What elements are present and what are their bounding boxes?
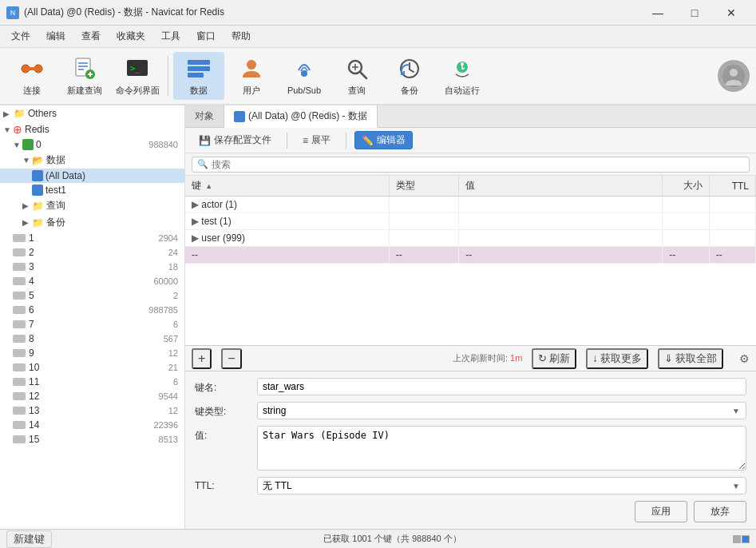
gear-button[interactable]: ⚙ xyxy=(739,352,750,365)
view-toggle[interactable] xyxy=(733,535,750,543)
apply-button[interactable]: 应用 xyxy=(635,501,687,522)
toolbar-new-query[interactable]: 新建查询 xyxy=(59,52,110,100)
toolbar-query[interactable]: 查询 xyxy=(331,52,382,100)
sidebar-item-k4[interactable]: 4 60000 xyxy=(0,274,184,288)
sidebar-item-k11[interactable]: 11 6 xyxy=(0,375,184,389)
remove-key-button[interactable]: − xyxy=(221,348,241,369)
expand-arrow[interactable]: ▶ xyxy=(192,199,199,210)
editor-button[interactable]: ✏️ 编辑器 xyxy=(354,131,413,149)
add-key-button[interactable]: + xyxy=(192,348,212,369)
sort-icon: ▲ xyxy=(205,182,212,190)
row-key: ▶ user (999) xyxy=(185,230,389,247)
pubsub-label: Pub/Sub xyxy=(287,85,321,95)
bottom-toolbar: + − 上次刷新时间: 1m ↻ 刷新 ↓ 获取更多 ⇓ 获取全部 ⚙ xyxy=(185,345,756,371)
sidebar-item-k2[interactable]: 2 24 xyxy=(0,245,184,260)
menu-file[interactable]: 文件 xyxy=(3,26,38,46)
close-button[interactable]: ✕ xyxy=(713,0,750,26)
expand-label: 展平 xyxy=(311,133,331,147)
menu-help[interactable]: 帮助 xyxy=(224,26,259,46)
table-row[interactable]: ▶ test (1) xyxy=(185,213,756,230)
db0-count: 988840 xyxy=(148,140,181,149)
svg-point-1 xyxy=(34,65,42,73)
menu-view[interactable]: 查看 xyxy=(73,26,109,46)
menu-window[interactable]: 窗口 xyxy=(188,26,224,46)
sidebar-item-k7[interactable]: 7 6 xyxy=(0,317,184,332)
sidebar-item-k14[interactable]: 14 22396 xyxy=(0,418,184,432)
connect-label: 连接 xyxy=(23,85,41,97)
value-textarea[interactable]: Star Wars (Episode IV) xyxy=(257,426,746,471)
svg-point-0 xyxy=(22,65,30,73)
sidebar-item-data-node[interactable]: ▼ 📂 数据 xyxy=(0,152,184,169)
toolbar-auto-run[interactable]: 自动运行 xyxy=(437,52,488,100)
sidebar-item-k15[interactable]: 15 8513 xyxy=(0,432,184,447)
new-key-button[interactable]: 新建键 xyxy=(6,530,52,548)
table-row[interactable]: ▶ user (999) xyxy=(185,230,756,247)
toolbar-sep2 xyxy=(346,133,346,149)
k1-count: 2904 xyxy=(159,233,181,243)
sidebar-item-db0[interactable]: ▼ 0 988840 xyxy=(0,137,184,152)
sidebar-item-k3[interactable]: 3 18 xyxy=(0,260,184,274)
row-key: ▶ actor (1) xyxy=(185,197,389,213)
sidebar-item-k13[interactable]: 13 12 xyxy=(0,403,184,418)
detail-ttl-row: TTL: 无 TTL 秒 毫秒 ▼ xyxy=(195,477,746,494)
save-config-button[interactable]: 💾 保存配置文件 xyxy=(192,131,279,149)
table-row[interactable]: ▶ actor (1) xyxy=(185,197,756,213)
toolbar-backup[interactable]: 备份 xyxy=(384,52,435,100)
row-ttl xyxy=(709,230,755,247)
sidebar-item-k1[interactable]: 1 2904 xyxy=(0,231,184,245)
menu-favorites[interactable]: 收藏夹 xyxy=(109,26,153,46)
maximize-button[interactable]: □ xyxy=(676,0,713,26)
menu-edit[interactable]: 编辑 xyxy=(38,26,73,46)
user-icon xyxy=(239,56,264,81)
sidebar-item-alldata[interactable]: (All Data) xyxy=(0,169,184,183)
sidebar-item-k9[interactable]: 9 12 xyxy=(0,346,184,360)
fetch-all-button[interactable]: ⇓ 获取全部 xyxy=(658,348,723,369)
expand-arrow[interactable]: ▶ xyxy=(192,232,199,244)
k7-count: 6 xyxy=(173,320,181,329)
toolbar-user[interactable]: 用户 xyxy=(226,52,277,100)
k5-count: 2 xyxy=(173,291,181,300)
data-folder-icon: 📂 xyxy=(32,155,44,166)
toolbar-cmd-ui[interactable]: >_ 命令列界面 xyxy=(112,52,163,100)
toolbar-data[interactable]: 数据 xyxy=(173,52,224,100)
k15-label: 15 xyxy=(29,434,39,445)
minimize-button[interactable]: — xyxy=(639,0,676,26)
sidebar-item-query-node[interactable]: ▶ 📁 查询 xyxy=(0,197,184,214)
query-folder-icon: 📁 xyxy=(32,201,44,212)
refresh-label: 上次刷新时间: xyxy=(453,353,508,363)
tab-objects[interactable]: 对象 xyxy=(185,105,224,127)
sidebar-item-backup-node[interactable]: ▶ 📁 备份 xyxy=(0,214,184,231)
table-row-highlighted[interactable]: -- -- -- -- -- xyxy=(185,247,756,264)
menu-tools[interactable]: 工具 xyxy=(153,26,188,46)
fetch-more-button[interactable]: ↓ 获取更多 xyxy=(586,348,648,369)
toolbar-pubsub[interactable]: Pub/Sub xyxy=(279,52,330,100)
sidebar-item-k6[interactable]: 6 988785 xyxy=(0,303,184,317)
row-value xyxy=(459,197,663,213)
sidebar-item-k12[interactable]: 12 9544 xyxy=(0,389,184,403)
ttl-select[interactable]: 无 TTL 秒 毫秒 xyxy=(257,477,746,494)
sidebar-item-others[interactable]: ▶ 📁 Others xyxy=(0,105,184,121)
sidebar-item-test1[interactable]: test1 xyxy=(0,183,184,197)
sidebar-item-k5[interactable]: 5 2 xyxy=(0,288,184,303)
row-value xyxy=(459,230,663,247)
sidebar-item-redis[interactable]: ▼ ⊕ Redis xyxy=(0,121,184,137)
tab-alldata[interactable]: (All Data) @0 (Redis) - 数据 xyxy=(224,105,378,128)
k1-icon xyxy=(13,234,26,242)
expand-arrow[interactable]: ▶ xyxy=(192,216,199,227)
expand-button[interactable]: ≡ 展平 xyxy=(295,131,338,149)
toolbar-connect[interactable]: 连接 xyxy=(6,52,57,100)
k8-count: 567 xyxy=(164,334,181,343)
sidebar-item-k8[interactable]: 8 567 xyxy=(0,332,184,346)
refresh-button[interactable]: ↻ 刷新 xyxy=(532,348,576,369)
key-name-input[interactable] xyxy=(257,378,746,395)
key-type-select[interactable]: string list set zset hash xyxy=(257,402,746,419)
sidebar-item-k10[interactable]: 10 21 xyxy=(0,360,184,375)
k13-icon xyxy=(13,407,26,415)
user-label: 用户 xyxy=(243,85,260,97)
search-input[interactable] xyxy=(212,159,744,170)
discard-button[interactable]: 放弃 xyxy=(694,501,746,522)
detail-actions: 应用 放弃 xyxy=(195,501,746,522)
svg-line-19 xyxy=(360,72,366,78)
row-ttl xyxy=(709,213,755,230)
svg-point-16 xyxy=(247,60,256,69)
